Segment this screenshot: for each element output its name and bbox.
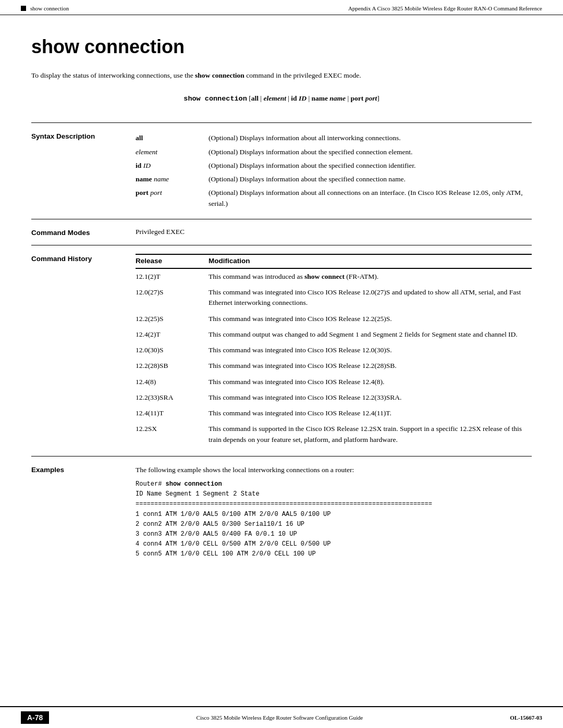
- history-release: 12.0(27)S: [136, 285, 209, 311]
- code-line: ID Name Segment 1 Segment 2 State: [136, 489, 532, 499]
- code-line: 5 conn5 ATM 1/0/0 CELL 100 ATM 2/0/0 CEL…: [136, 549, 532, 559]
- header-left: show connection: [21, 5, 69, 11]
- syntax-desc-all: (Optional) Displays information about al…: [209, 131, 532, 145]
- history-release: 12.4(8): [136, 374, 209, 390]
- code-line: 4 conn4 ATM 1/0/0 CELL 0/500 ATM 2/0/0 C…: [136, 539, 532, 549]
- history-modification: This command was integrated into Cisco I…: [209, 358, 532, 374]
- history-row: 12.1(2)TThis command was introduced as s…: [136, 268, 532, 285]
- page-number: A-78: [21, 711, 49, 724]
- code-line: Router# show connection: [136, 479, 532, 489]
- syntax-row-port: port port (Optional) Displays informatio…: [136, 186, 532, 211]
- syntax-desc-id: (Optional) Displays information about th…: [209, 159, 532, 172]
- examples-content: The following example shows the local in…: [136, 465, 532, 560]
- command-history-label: Command History: [31, 254, 136, 263]
- intro-text-after: command in the privileged EXEC mode.: [244, 71, 361, 79]
- history-release: 12.2SX: [136, 421, 209, 448]
- command-history-section: Command History Release Modification 12.…: [31, 245, 532, 456]
- history-release: 12.2(33)SRA: [136, 390, 209, 405]
- header-square-icon: [21, 6, 26, 11]
- header-left-text: show connection: [30, 5, 69, 11]
- history-release: 12.2(28)SB: [136, 358, 209, 374]
- history-release: 12.4(2)T: [136, 327, 209, 342]
- intro-bold-text: show connection: [195, 71, 244, 79]
- syntax-description-section: Syntax Description all (Optional) Displa…: [31, 122, 532, 219]
- history-modification: This command is supported in the Cisco I…: [209, 421, 532, 448]
- syntax-label: show connection: [183, 95, 247, 103]
- history-table: Release Modification 12.1(2)TThis comman…: [136, 254, 532, 448]
- syntax-desc-name: (Optional) Displays information about th…: [209, 172, 532, 186]
- history-row: 12.2(25)SThis command was integrated int…: [136, 311, 532, 327]
- history-row: 12.4(8)This command was integrated into …: [136, 374, 532, 390]
- history-modification: This command was integrated into Cisco I…: [209, 285, 532, 311]
- history-release: 12.2(25)S: [136, 311, 209, 327]
- syntax-row-name: name name (Optional) Displays informatio…: [136, 172, 532, 186]
- syntax-row-all: all (Optional) Displays information abou…: [136, 131, 532, 145]
- syntax-table: all (Optional) Displays information abou…: [136, 131, 532, 211]
- syntax-all: all: [251, 94, 259, 102]
- history-row: 12.0(30)SThis command was integrated int…: [136, 342, 532, 358]
- syntax-term-all: all: [136, 131, 209, 145]
- command-modes-value: Privileged EXEC: [136, 228, 532, 236]
- history-modification: This command was integrated into Cisco I…: [209, 311, 532, 327]
- syntax-name-val: name: [329, 94, 346, 102]
- history-header-row: Release Modification: [136, 254, 532, 268]
- command-modes-label: Command Modes: [31, 228, 136, 237]
- page-title: show connection: [31, 36, 532, 58]
- code-command: show connection: [166, 480, 222, 488]
- syntax-port: port: [351, 94, 364, 102]
- command-history-content: Release Modification 12.1(2)TThis comman…: [136, 254, 532, 448]
- footer-right-text: OL-15667-03: [510, 714, 542, 721]
- code-block: Router# show connectionID Name Segment 1…: [136, 479, 532, 560]
- syntax-term-element: element: [136, 145, 209, 159]
- code-line: ========================================…: [136, 499, 532, 509]
- command-modes-text: Privileged EXEC: [136, 228, 532, 236]
- syntax-id: id: [291, 94, 297, 102]
- history-modification: This command was introduced as show conn…: [209, 268, 532, 285]
- syntax-name: name: [311, 94, 328, 102]
- header-right-text: Appendix A Cisco 3825 Mobile Wireless Ed…: [348, 5, 542, 11]
- syntax-desc-port: (Optional) Displays information about al…: [209, 186, 532, 211]
- history-col-modification: Modification: [209, 254, 532, 268]
- history-release: 12.1(2)T: [136, 268, 209, 285]
- history-modification: This command output was changed to add S…: [209, 327, 532, 342]
- code-line: 1 conn1 ATM 1/0/0 AAL5 0/100 ATM 2/0/0 A…: [136, 510, 532, 520]
- syntax-desc-element: (Optional) Displays information about th…: [209, 145, 532, 159]
- history-modification: This command was integrated into Cisco I…: [209, 405, 532, 421]
- syntax-element: element: [263, 94, 286, 102]
- command-syntax: show connection [all | element | id ID |…: [31, 90, 532, 107]
- syntax-description-label: Syntax Description: [31, 131, 136, 140]
- example-intro-text: The following example shows the local in…: [136, 465, 532, 475]
- history-modification: This command was integrated into Cisco I…: [209, 390, 532, 405]
- syntax-term-id: id ID: [136, 159, 209, 172]
- history-release: 12.4(11)T: [136, 405, 209, 421]
- history-modification: This command was integrated into Cisco I…: [209, 342, 532, 358]
- page-header: show connection Appendix A Cisco 3825 Mo…: [0, 0, 563, 15]
- syntax-term-port: port port: [136, 186, 209, 211]
- code-line: 2 conn2 ATM 2/0/0 AAL5 0/300 Serial10/1 …: [136, 520, 532, 529]
- history-col-release: Release: [136, 254, 209, 268]
- syntax-description-content: all (Optional) Displays information abou…: [136, 131, 532, 211]
- page-footer: A-78 Cisco 3825 Mobile Wireless Edge Rou…: [0, 706, 563, 728]
- command-modes-section: Command Modes Privileged EXEC: [31, 219, 532, 245]
- history-row: 12.2(33)SRAThis command was integrated i…: [136, 390, 532, 405]
- code-prompt: Router#: [136, 480, 166, 488]
- main-content: show connection To display the status of…: [0, 15, 563, 610]
- history-row: 12.0(27)SThis command was integrated int…: [136, 285, 532, 311]
- history-row: 12.2SXThis command is supported in the C…: [136, 421, 532, 448]
- examples-section: Examples The following example shows the…: [31, 456, 532, 568]
- syntax-ID: ID: [299, 94, 307, 102]
- intro-paragraph: To display the status of interworking co…: [31, 70, 480, 81]
- syntax-port-val: port: [365, 94, 377, 102]
- intro-text-before: To display the status of interworking co…: [31, 71, 195, 79]
- history-row: 12.2(28)SBThis command was integrated in…: [136, 358, 532, 374]
- syntax-row-element: element (Optional) Displays information …: [136, 145, 532, 159]
- examples-label: Examples: [31, 465, 136, 474]
- history-row: 12.4(2)TThis command output was changed …: [136, 327, 532, 342]
- footer-center-text: Cisco 3825 Mobile Wireless Edge Router S…: [49, 714, 510, 721]
- syntax-term-name: name name: [136, 172, 209, 186]
- history-modification: This command was integrated into Cisco I…: [209, 374, 532, 390]
- syntax-row-id: id ID (Optional) Displays information ab…: [136, 159, 532, 172]
- history-release: 12.0(30)S: [136, 342, 209, 358]
- code-line: 3 conn3 ATM 2/0/0 AAL5 0/400 FA 0/0.1 10…: [136, 529, 532, 539]
- history-row: 12.4(11)TThis command was integrated int…: [136, 405, 532, 421]
